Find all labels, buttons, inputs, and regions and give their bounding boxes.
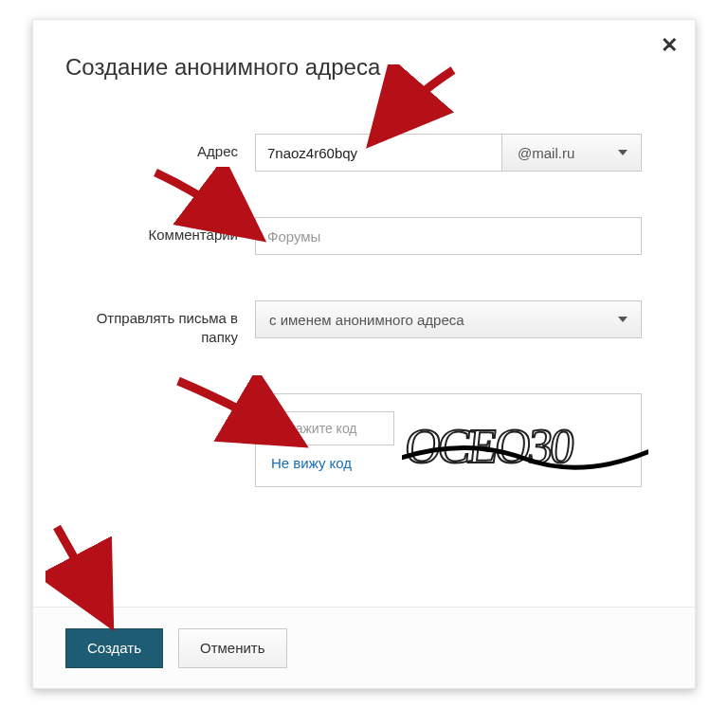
caret-down-icon xyxy=(618,317,628,322)
folder-row: Отправлять письма в папку с именем анони… xyxy=(67,300,661,348)
comment-input[interactable] xyxy=(255,217,642,255)
form-body: Адрес @mail.ru Комментарий Отправлять пи… xyxy=(33,81,695,487)
create-button[interactable]: Создать xyxy=(65,628,163,668)
folder-selected: с именем анонимного адреса xyxy=(269,312,464,328)
address-label: Адрес xyxy=(67,134,255,161)
comment-label: Комментарий xyxy=(67,217,255,245)
create-anonymous-address-modal: ✕ Создание анонимного адреса Адрес @mail… xyxy=(32,19,696,689)
captcha-container: Не вижу код OCEO30 xyxy=(255,393,642,487)
captcha-image: OCEO30 xyxy=(402,408,648,495)
captcha-refresh-link[interactable]: Не вижу код xyxy=(271,455,394,471)
captcha-row: Не вижу код OCEO30 xyxy=(67,393,661,487)
domain-dropdown[interactable]: @mail.ru xyxy=(501,134,642,172)
captcha-input[interactable] xyxy=(271,411,394,445)
close-icon[interactable]: ✕ xyxy=(661,35,678,56)
modal-footer: Создать Отменить xyxy=(33,607,695,688)
cancel-button[interactable]: Отменить xyxy=(178,628,287,668)
folder-dropdown[interactable]: с именем анонимного адреса xyxy=(255,300,642,338)
address-input[interactable] xyxy=(255,134,501,172)
domain-selected: @mail.ru xyxy=(518,145,574,161)
folder-label: Отправлять письма в папку xyxy=(67,300,255,348)
modal-title: Создание анонимного адреса xyxy=(33,20,695,81)
address-row: Адрес @mail.ru xyxy=(67,134,661,172)
comment-row: Комментарий xyxy=(67,217,661,255)
address-input-group: @mail.ru xyxy=(255,134,642,172)
caret-down-icon xyxy=(618,150,628,155)
